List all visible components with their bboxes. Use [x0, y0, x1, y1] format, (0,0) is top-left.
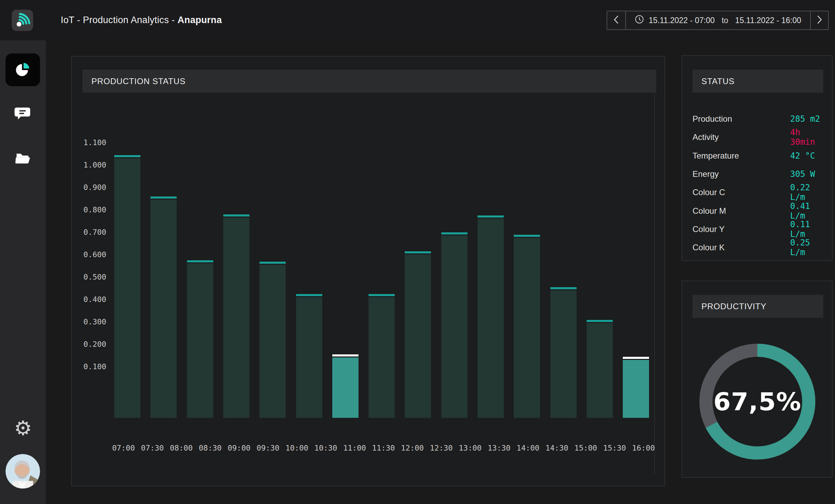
- bar-cap: [514, 235, 540, 237]
- status-row: Production285 m2: [692, 113, 824, 124]
- page-title: IoT - Production Analytics - Anapurna: [61, 0, 222, 40]
- user-avatar[interactable]: [6, 454, 40, 488]
- status-row-label: Colour Y: [692, 224, 725, 234]
- x-axis-tick: 11:30: [368, 444, 399, 452]
- bar[interactable]: [369, 294, 395, 418]
- bar[interactable]: [441, 232, 468, 418]
- sidebar: ⚙: [0, 40, 46, 504]
- app-logo[interactable]: [12, 10, 33, 31]
- bar[interactable]: [550, 287, 577, 418]
- bar[interactable]: [259, 262, 286, 418]
- productivity-title: PRODUCTIVITY: [701, 302, 766, 311]
- bar[interactable]: [514, 235, 540, 418]
- production-status-card: PRODUCTION STATUS 1.1001.0000.9000.8000.…: [71, 56, 665, 486]
- date-prev-button[interactable]: [607, 11, 625, 29]
- status-row-label: Activity: [692, 132, 719, 142]
- bar-fill: [369, 297, 395, 418]
- bar[interactable]: [223, 214, 249, 418]
- y-axis-tick: 0.500: [75, 273, 106, 281]
- x-axis-tick: 10:30: [310, 444, 341, 452]
- sidebar-item-analytics[interactable]: [6, 53, 40, 86]
- sidebar-item-messages[interactable]: [0, 95, 46, 130]
- bar-fill: [259, 265, 286, 418]
- bar[interactable]: [114, 155, 140, 418]
- y-axis-tick: 0.400: [75, 295, 106, 304]
- bar-cap: [114, 155, 140, 157]
- page-title-device: Anapurna: [178, 15, 222, 26]
- status-row-value: 305 W: [790, 169, 815, 179]
- clock-icon: [635, 15, 644, 26]
- x-axis-tick: 13:00: [455, 444, 486, 452]
- bar-cap: [332, 354, 358, 356]
- bar-cap: [150, 196, 177, 199]
- bar-fill: [478, 219, 504, 418]
- bar-cap: [187, 260, 213, 262]
- bar-fill: [332, 357, 358, 418]
- sidebar-item-settings[interactable]: ⚙: [0, 411, 46, 445]
- status-row-value: 0.22 L/m: [790, 183, 824, 202]
- x-axis-tick: 12:00: [397, 444, 428, 452]
- bar-fill: [550, 290, 577, 418]
- status-title: STATUS: [701, 77, 735, 86]
- bar[interactable]: [296, 294, 322, 418]
- bar[interactable]: [478, 215, 504, 418]
- page-title-prefix: IoT - Production Analytics -: [61, 15, 175, 26]
- status-header: STATUS: [692, 70, 823, 93]
- bar-fill: [187, 263, 213, 418]
- bar-cap: [369, 294, 395, 296]
- x-axis-tick: 14:00: [512, 444, 543, 452]
- x-axis-tick: 09:30: [253, 444, 284, 452]
- x-axis-tick: 14:30: [541, 444, 572, 452]
- bar-fill: [623, 360, 649, 418]
- bar-fill: [114, 158, 140, 418]
- y-axis-tick: 0.900: [75, 183, 106, 192]
- y-axis-tick: 0.100: [75, 362, 106, 371]
- x-axis-tick: 07:00: [108, 444, 139, 452]
- bar-cap: [296, 294, 322, 296]
- status-row-label: Colour M: [692, 206, 726, 216]
- bar-fill: [296, 297, 322, 418]
- status-row-value: 42 °C: [790, 151, 815, 161]
- dashboard: IoT - Production Analytics - Anapurna 15…: [0, 0, 835, 504]
- status-row: Colour K0.25 L/m: [692, 242, 824, 253]
- date-range-display[interactable]: 15.11.2022 - 07:00 to 15.11.2022 - 16:00: [625, 11, 810, 29]
- bar-cap: [623, 357, 649, 359]
- x-axis-tick: 15:00: [570, 444, 601, 452]
- status-row: Energy305 W: [692, 169, 824, 180]
- status-row: Activity4h 30min: [692, 132, 824, 143]
- bar[interactable]: [187, 260, 213, 418]
- productivity-donut: 67,5%: [699, 343, 816, 460]
- bar[interactable]: [587, 320, 613, 418]
- productivity-header: PRODUCTIVITY: [692, 295, 823, 318]
- bar-fill: [441, 235, 468, 418]
- bar-cap: [441, 232, 468, 234]
- bar-fill: [514, 238, 540, 418]
- bar-chart: 1.1001.0000.9000.8000.7000.6000.5000.400…: [72, 57, 665, 486]
- status-card: STATUS Production285 m2Activity4h 30minT…: [681, 55, 833, 261]
- date-next-button[interactable]: [810, 11, 828, 29]
- status-row: Colour M0.41 L/m: [692, 205, 824, 216]
- x-axis-tick: 10:00: [281, 444, 312, 452]
- status-row-label: Temperature: [692, 151, 739, 161]
- signal-icon: [12, 26, 33, 32]
- date-to: 15.11.2022 - 16:00: [735, 16, 801, 25]
- sidebar-item-files[interactable]: [0, 141, 46, 176]
- chevron-left-icon: [613, 15, 619, 26]
- bar-highlighted[interactable]: [332, 354, 358, 418]
- productivity-percent: 67,5%: [699, 343, 816, 460]
- x-axis-tick: 09:00: [224, 444, 255, 452]
- x-axis-tick: 08:00: [166, 444, 197, 452]
- x-axis-tick: 11:00: [339, 444, 370, 452]
- bar[interactable]: [405, 251, 431, 418]
- status-row-label: Production: [692, 114, 732, 124]
- status-row: Colour C0.22 L/m: [692, 187, 824, 198]
- status-row-value: 4h 30min: [790, 128, 824, 147]
- status-row-label: Colour C: [692, 188, 725, 197]
- status-row-value: 0.41 L/m: [790, 201, 824, 221]
- bar-fill: [150, 200, 177, 418]
- bar[interactable]: [150, 196, 177, 418]
- bar-highlighted[interactable]: [623, 357, 649, 418]
- date-separator: to: [721, 16, 728, 25]
- productivity-card: PRODUCTIVITY 67,5%: [681, 281, 833, 478]
- status-row: Temperature42 °C: [692, 150, 824, 161]
